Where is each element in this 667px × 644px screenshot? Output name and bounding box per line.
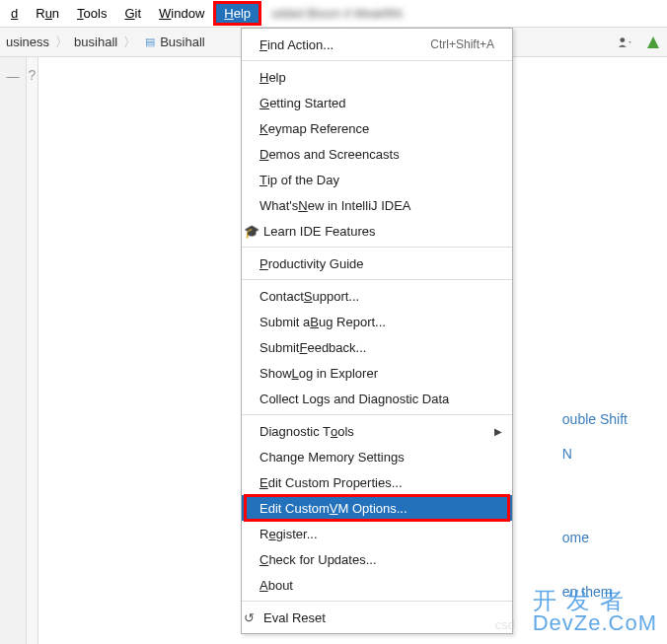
menu-register[interactable]: Register... [242, 521, 512, 546]
menu-separator [242, 414, 512, 415]
background-hints: ouble Shift N ome en them [562, 402, 628, 609]
menu-keymap-reference[interactable]: Keymap Reference [242, 115, 512, 141]
menu-d[interactable]: d [2, 3, 27, 24]
menu-tip-of-day[interactable]: Tip of the Day [242, 167, 512, 192]
graduation-cap-icon: 🎓 [244, 224, 258, 239]
reset-icon: ↺ [244, 610, 258, 625]
breadcrumb-item[interactable]: usiness [6, 35, 49, 49]
menu-productivity-guide[interactable]: Productivity Guide [242, 250, 512, 276]
menu-change-memory[interactable]: Change Memory Settings [242, 444, 512, 469]
user-dropdown-icon[interactable] [618, 35, 633, 50]
menu-submit-bug[interactable]: Submit a Bug Report... [242, 309, 512, 334]
menu-learn-ide[interactable]: 🎓 Learn IDE Features [242, 218, 512, 244]
menu-contact-support[interactable]: Contact Support... [242, 283, 512, 309]
svg-point-0 [620, 37, 625, 42]
shortcut-label: Ctrl+Shift+A [430, 37, 494, 51]
chevron-right-icon: 〉 [123, 34, 136, 51]
file-icon: ▤ [142, 35, 158, 50]
menu-window[interactable]: Window [150, 3, 213, 24]
submenu-arrow-icon: ▶ [494, 426, 502, 437]
menu-about[interactable]: About [242, 572, 512, 598]
menu-submit-feedback[interactable]: Submit Feedback... [242, 334, 512, 360]
menu-help[interactable]: Help [213, 1, 261, 26]
menu-separator [242, 247, 512, 248]
menu-whats-new[interactable]: What's New in IntelliJ IDEA [242, 192, 512, 218]
menu-run[interactable]: Run [27, 3, 68, 24]
help-dropdown: Find Action... Ctrl+Shift+A Help Getting… [241, 28, 513, 634]
menu-edit-custom-properties[interactable]: Edit Custom Properties... [242, 469, 512, 495]
menubar: d Run Tools Git Window Help sdded Bloom … [0, 0, 667, 28]
menu-tools[interactable]: Tools [68, 3, 115, 24]
menu-separator [242, 279, 512, 280]
menu-git[interactable]: Git [115, 3, 150, 24]
sidebar: — [0, 57, 27, 644]
menu-eval-reset[interactable]: ↺ Eval Reset [242, 605, 512, 630]
menu-check-updates[interactable]: Check for Updates... [242, 546, 512, 572]
menu-find-action[interactable]: Find Action... Ctrl+Shift+A [242, 32, 512, 57]
breadcrumb-item[interactable]: busihall [74, 35, 117, 49]
menu-separator [242, 60, 512, 61]
watermark: csd 开发者 DevZe.CoM [533, 585, 657, 636]
menu-collect-logs[interactable]: Collect Logs and Diagnostic Data [242, 386, 512, 411]
chevron-right-icon: 〉 [55, 34, 68, 51]
collapse-icon[interactable]: — [7, 69, 20, 84]
build-icon[interactable] [645, 35, 661, 50]
menu-getting-started[interactable]: Getting Started [242, 90, 512, 115]
menu-show-log[interactable]: Show Log in Explorer [242, 360, 512, 386]
window-title-obscured: sdded Bloom 4 Weakfifrk [271, 7, 403, 21]
menu-separator [242, 601, 512, 602]
help-icon[interactable]: ? [29, 67, 37, 83]
menu-help-item[interactable]: Help [242, 64, 512, 90]
breadcrumb: usiness 〉 busihall 〉 ▤ Busihall [6, 34, 205, 51]
menu-demos-screencasts[interactable]: Demos and Screencasts [242, 141, 512, 167]
menu-diagnostic-tools[interactable]: Diagnostic Tools▶ [242, 418, 512, 444]
menu-edit-custom-vm-options[interactable]: Edit Custom VM Options... [242, 495, 512, 521]
breadcrumb-item[interactable]: Busihall [160, 35, 205, 49]
gutter: ? [27, 57, 38, 644]
